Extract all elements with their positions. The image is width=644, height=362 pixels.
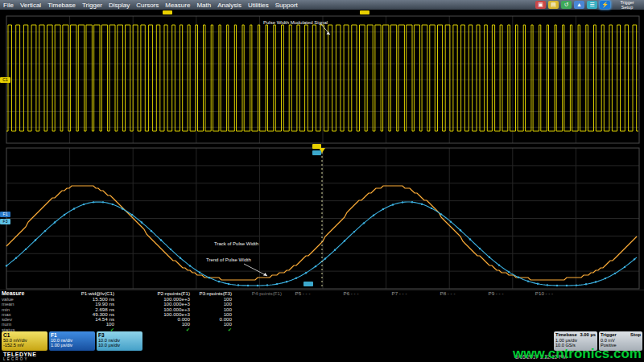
autosetup-icon[interactable]: ▲	[574, 1, 584, 9]
waveform-svg	[0, 10, 644, 290]
measure-column-header[interactable]: P9 - - -	[477, 290, 515, 297]
cursor-marker-left[interactable]	[163, 10, 172, 14]
f3-descriptor-box[interactable]: F3 10.0 ns/div 10.0 µs/div	[97, 331, 142, 351]
f3-sample-dot	[160, 239, 162, 241]
measure-column-2: P2:npoints(F1)100.000e+3100.000e+3100.00…	[119, 290, 190, 332]
time-reference-tag[interactable]	[312, 144, 321, 149]
measure-column-9: P9 - - -	[477, 290, 515, 332]
f3-sample-dot	[479, 248, 481, 249]
measure-column-3: P3:npoints(F3)1001001001000.000100✔	[193, 290, 232, 332]
measure-column-header[interactable]: P10 - - -	[525, 290, 564, 297]
f1-hdiv: 1.00 µs/div	[51, 343, 93, 348]
waveform-display[interactable]: Pulse Width Modulated Signal Track of Pu…	[0, 10, 644, 290]
f3-sample-dot	[421, 204, 423, 205]
f3-sample-dot	[73, 208, 75, 209]
f3-sample-dot	[208, 277, 210, 278]
f3-sample-dot	[431, 208, 432, 209]
f3-sample-dot	[141, 221, 142, 223]
trigger-setup-label-line2: Setup	[612, 5, 642, 10]
f3-sample-dot	[170, 249, 171, 250]
measure-column-header[interactable]: P8 - - -	[428, 290, 467, 297]
f3-sample-dot	[54, 221, 56, 223]
f3-sample-dot	[324, 257, 326, 259]
f3-sample-dot	[295, 277, 297, 278]
f3-sample-dot	[305, 272, 307, 274]
f3-sample-dot	[363, 222, 365, 224]
f3-sample-dot	[566, 285, 568, 286]
f3-sample-dot	[228, 283, 229, 285]
menu-item-math[interactable]: Math	[193, 2, 214, 9]
f3-sample-dot	[614, 273, 616, 274]
measure-column-1: P1:wid@lv(C1)15.500 ns19.90 ns2.698 ns49…	[47, 290, 114, 332]
measure-column-header[interactable]: P6 - - -	[332, 290, 370, 297]
c1-descriptor-box[interactable]: C1 50.0 mV/div -152.5 mV	[2, 331, 47, 351]
f3-sample-dot	[93, 201, 94, 203]
menu-item-display[interactable]: Display	[105, 2, 133, 9]
menu-item-trigger[interactable]: Trigger	[79, 2, 105, 9]
f3-sample-dot	[518, 277, 519, 278]
c1-offset: -152.5 mV	[3, 343, 46, 348]
menu-item-analysis[interactable]: Analysis	[214, 2, 245, 9]
f1-level-marker[interactable]: F1	[0, 212, 10, 217]
c1-level-marker[interactable]: C1	[0, 77, 10, 83]
f3-level-marker[interactable]: F3	[0, 219, 10, 224]
annotation-leader-trend	[244, 264, 267, 276]
measure-column-header[interactable]: P7 - - -	[380, 290, 419, 297]
bottom-graticule	[6, 148, 639, 289]
f3-sample-dot	[634, 258, 635, 260]
f3-sample-dot	[353, 231, 355, 232]
hardcopy-icon[interactable]: ▣	[535, 1, 546, 9]
f3-sample-dot	[469, 238, 471, 240]
watermark-text: www.cntronics.com	[513, 346, 642, 362]
timebase-value: 3.00 µs	[580, 332, 596, 338]
f3-sample-dot	[131, 214, 133, 216]
f3-sample-dot	[547, 284, 548, 286]
trigger-mode-icon[interactable]: ⚡	[600, 1, 610, 9]
f3-sample-dot	[122, 208, 123, 209]
menu-item-timebase[interactable]: Timebase	[44, 2, 79, 9]
f3-sample-dot	[151, 230, 152, 232]
f1-zero-tag[interactable]	[312, 150, 321, 155]
f1-descriptor-box[interactable]: F1 10.0 ns/div 1.00 µs/div	[49, 331, 95, 351]
top-graticule	[6, 16, 639, 143]
f3-sample-dot	[382, 208, 384, 210]
quick-toolbar: ▣▤↺▲☰⚡	[535, 1, 610, 9]
timebase-label: Timebase	[555, 332, 577, 338]
f3-sample-dot	[257, 285, 258, 286]
menu-item-file[interactable]: File	[0, 2, 17, 9]
f3-sample-dot	[576, 284, 577, 286]
menu-item-support[interactable]: Support	[272, 2, 301, 9]
measure-column-8: P8 - - -	[428, 290, 467, 332]
f3-sample-dot	[624, 266, 625, 268]
f3-sample-dot	[6, 265, 7, 266]
measure-row-labels: valuemeanminmaxsdevnumstatus	[2, 297, 15, 332]
f3-sample-dot	[199, 271, 200, 273]
measure-column-7: P7 - - -	[380, 290, 419, 332]
f3-sample-dot	[605, 278, 606, 279]
measure-panel-title: Measure	[2, 290, 24, 296]
f3-sample-dot	[237, 284, 239, 286]
f3-sample-dot	[344, 240, 345, 241]
f3-sample-dot	[276, 283, 278, 285]
f3-sample-dot	[247, 285, 249, 286]
menu-item-cursors[interactable]: Cursors	[133, 2, 162, 9]
f3-zero-tag[interactable]	[303, 282, 313, 286]
measure-column-header[interactable]: P4:points(F1)	[237, 290, 282, 297]
f3-sample-dot	[218, 281, 220, 282]
f3-sample-dot	[189, 265, 191, 266]
f3-sample-dot	[286, 281, 287, 282]
menu-item-measure[interactable]: Measure	[162, 2, 193, 9]
f3-sample-dot	[450, 220, 452, 222]
measure-column-header[interactable]: P5 - - -	[283, 290, 322, 297]
touchscreen-icon[interactable]: ☰	[587, 1, 597, 9]
f3-sample-dot	[460, 229, 461, 231]
save-icon[interactable]: ▤	[548, 1, 559, 9]
measure-column-10: P10 - - -	[525, 290, 564, 332]
trigger-setup-button[interactable]: Trigger Setup	[612, 0, 642, 10]
menu-item-vertical[interactable]: Vertical	[17, 2, 44, 9]
menu-item-utilities[interactable]: Utilities	[245, 2, 272, 9]
clear-sweeps-icon[interactable]: ↺	[561, 1, 572, 9]
f3-sample-dot	[537, 283, 539, 285]
cursor-marker-right[interactable]	[360, 10, 369, 14]
f3-sample-dot	[498, 264, 500, 265]
